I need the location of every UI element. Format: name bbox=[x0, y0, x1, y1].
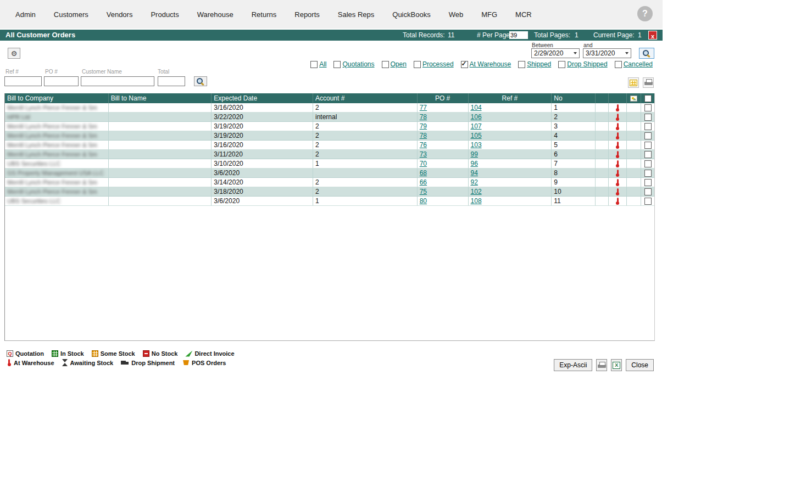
filter-open[interactable]: Open bbox=[382, 60, 407, 68]
filter-all-checkbox[interactable] bbox=[310, 61, 318, 68]
ref-link[interactable]: 99 bbox=[471, 150, 478, 158]
ref-search-input[interactable] bbox=[4, 76, 42, 86]
filter-shipped[interactable]: Shipped bbox=[518, 60, 551, 68]
col-ref[interactable]: Ref # bbox=[469, 93, 552, 103]
close-window-button[interactable]: x bbox=[648, 31, 657, 40]
filter-quotations-checkbox[interactable] bbox=[333, 61, 341, 68]
row-select-checkbox[interactable] bbox=[644, 142, 652, 149]
menu-item-quickbooks[interactable]: QuickBooks bbox=[392, 10, 430, 19]
po-link[interactable]: 78 bbox=[420, 113, 427, 121]
menu-item-sales-reps[interactable]: Sales Reps bbox=[338, 10, 374, 19]
menu-item-products[interactable]: Products bbox=[151, 10, 179, 19]
print-button[interactable] bbox=[596, 359, 607, 371]
field-search-button[interactable] bbox=[194, 76, 207, 86]
row-select-checkbox[interactable] bbox=[644, 123, 652, 130]
date-to-select[interactable]: 3/31/2020 bbox=[583, 48, 631, 58]
cell-select bbox=[641, 187, 654, 197]
row-select-checkbox[interactable] bbox=[644, 160, 652, 167]
filter-drop-shipped[interactable]: Drop Shipped bbox=[558, 60, 607, 68]
ref-link[interactable]: 92 bbox=[471, 178, 478, 186]
cell-account: internal bbox=[313, 113, 418, 122]
col-bill-to-company[interactable]: Bill to Company bbox=[5, 93, 109, 103]
row-select-checkbox[interactable] bbox=[644, 132, 652, 139]
ref-link[interactable]: 96 bbox=[471, 160, 478, 167]
total-search-input[interactable] bbox=[158, 76, 185, 86]
close-button[interactable]: Close bbox=[626, 359, 654, 371]
po-link[interactable]: 73 bbox=[420, 150, 427, 158]
excel-export-button[interactable]: X bbox=[611, 359, 622, 371]
col-expected-date[interactable]: Expected Date bbox=[212, 93, 313, 103]
ref-link[interactable]: 104 bbox=[471, 104, 482, 111]
menu-item-mcr[interactable]: MCR bbox=[515, 10, 532, 19]
menu-item-warehouse[interactable]: Warehouse bbox=[197, 10, 233, 19]
print-list-button[interactable] bbox=[643, 77, 654, 88]
po-link[interactable]: 77 bbox=[420, 104, 427, 111]
customer-name-search-input[interactable] bbox=[81, 76, 154, 86]
export-excel-button[interactable] bbox=[628, 77, 639, 88]
row-select-checkbox[interactable] bbox=[644, 179, 652, 186]
filter-quotations[interactable]: Quotations bbox=[333, 60, 374, 68]
menu-item-reports[interactable]: Reports bbox=[294, 10, 320, 19]
filter-shipped-checkbox[interactable] bbox=[518, 61, 525, 68]
po-link[interactable]: 79 bbox=[420, 122, 427, 130]
po-link[interactable]: 80 bbox=[420, 197, 427, 205]
col-no[interactable]: No bbox=[552, 93, 596, 103]
settings-button[interactable]: ⚙ bbox=[8, 48, 20, 59]
po-link[interactable]: 76 bbox=[420, 141, 427, 149]
ref-link[interactable]: 102 bbox=[471, 188, 482, 195]
list-tools bbox=[628, 77, 654, 88]
filter-processed[interactable]: Processed bbox=[414, 60, 454, 68]
col-po[interactable]: PO # bbox=[418, 93, 469, 103]
menu-item-customers[interactable]: Customers bbox=[54, 10, 88, 19]
menu-item-web[interactable]: Web bbox=[449, 10, 464, 19]
ref-link[interactable]: 108 bbox=[471, 197, 482, 205]
filter-open-checkbox[interactable] bbox=[382, 61, 389, 68]
exp-ascii-button[interactable]: Exp-Ascii bbox=[554, 359, 592, 371]
date-from-select[interactable]: 2/29/2020 bbox=[531, 48, 580, 58]
filter-cancelled[interactable]: Cancelled bbox=[615, 60, 653, 68]
company-name-blurred: Merrill Lynch Pierce Fenner & Sm bbox=[7, 132, 97, 139]
filter-drop-shipped-checkbox[interactable] bbox=[558, 61, 565, 68]
po-link[interactable]: 70 bbox=[420, 160, 427, 167]
filter-cancelled-checkbox[interactable] bbox=[615, 61, 622, 68]
filter-processed-checkbox[interactable] bbox=[414, 61, 421, 68]
po-search-input[interactable] bbox=[44, 76, 79, 86]
cell-expected-date: 3/19/2020 bbox=[212, 122, 313, 131]
select-all-checkbox[interactable] bbox=[644, 95, 652, 102]
cell-expected-date: 3/16/2020 bbox=[212, 141, 313, 150]
ref-link[interactable]: 107 bbox=[471, 122, 482, 130]
po-link[interactable]: 68 bbox=[420, 169, 427, 177]
date-search-button[interactable] bbox=[639, 48, 654, 59]
row-select-checkbox[interactable] bbox=[644, 188, 652, 195]
row-select-checkbox[interactable] bbox=[644, 198, 652, 205]
filter-at-warehouse-checkbox[interactable] bbox=[461, 61, 468, 68]
ref-link[interactable]: 106 bbox=[471, 113, 482, 121]
help-button[interactable]: ? bbox=[637, 6, 653, 21]
filter-drop-shipped-label: Drop Shipped bbox=[567, 60, 607, 68]
cell-status bbox=[609, 159, 627, 169]
legend-label: Awaiting Stock bbox=[70, 360, 114, 366]
po-link[interactable]: 66 bbox=[420, 178, 427, 186]
row-select-checkbox[interactable] bbox=[644, 170, 652, 177]
legend: Q Quotation In Stock Some Stock No Stock… bbox=[7, 350, 235, 366]
filter-all[interactable]: All bbox=[310, 60, 326, 68]
menu-item-mfg[interactable]: MFG bbox=[481, 10, 497, 19]
filter-at-warehouse[interactable]: At Warehouse bbox=[461, 60, 511, 68]
menu-item-returns[interactable]: Returns bbox=[252, 10, 277, 19]
cell-no: 1 bbox=[552, 103, 596, 113]
ref-link[interactable]: 94 bbox=[471, 169, 478, 177]
col-bill-to-name[interactable]: Bill to Name bbox=[109, 93, 212, 103]
row-select-checkbox[interactable] bbox=[644, 151, 652, 158]
col-account[interactable]: Account # bbox=[313, 93, 418, 103]
po-link[interactable]: 78 bbox=[420, 132, 427, 139]
company-name-blurred: Merrill Lynch Pierce Fenner & Sm bbox=[7, 188, 97, 195]
no-stock-icon bbox=[143, 350, 149, 357]
menu-item-admin[interactable]: Admin bbox=[15, 10, 36, 19]
row-select-checkbox[interactable] bbox=[644, 104, 652, 111]
menu-item-vendors[interactable]: Vendors bbox=[107, 10, 133, 19]
row-select-checkbox[interactable] bbox=[644, 114, 652, 121]
po-link[interactable]: 75 bbox=[420, 188, 427, 195]
ref-link[interactable]: 103 bbox=[471, 141, 482, 149]
per-page-input[interactable] bbox=[509, 31, 528, 39]
ref-link[interactable]: 105 bbox=[471, 132, 482, 139]
